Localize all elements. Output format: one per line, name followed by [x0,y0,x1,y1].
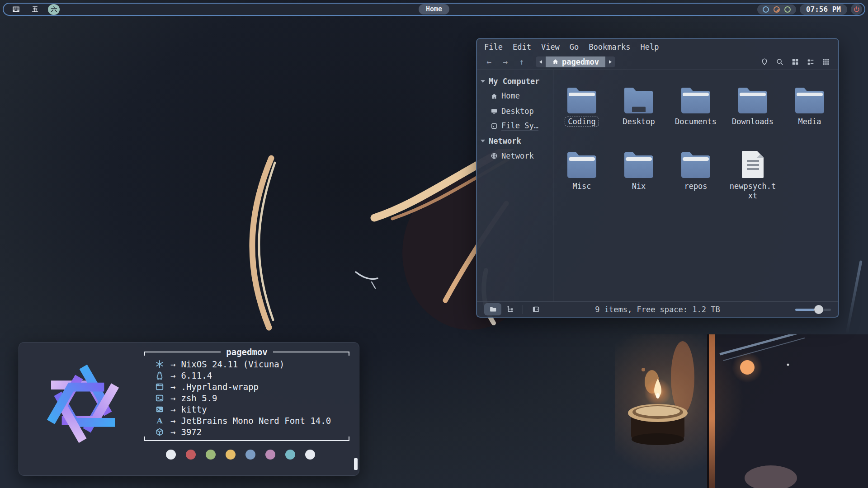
icon-view-icon[interactable] [791,58,799,66]
file-grid-area[interactable]: Coding Desktop Documents Downloads Media [553,70,838,301]
package-cube-icon [155,427,164,436]
kanji-six-icon [50,5,58,13]
power-button[interactable] [851,4,862,15]
forward-button[interactable]: → [500,57,510,66]
places-sidebar: My Computer Home Desktop File Sy… Networ… [477,70,553,301]
toolbar: ← → ↑ pagedmov [477,55,838,70]
file-item-documents[interactable]: Documents [667,84,724,127]
search-icon[interactable] [776,58,784,66]
file-item-misc[interactable]: Misc [553,149,610,201]
status-summary: 9 items, Free space: 1.2 TB [595,305,720,314]
menu-help[interactable]: Help [635,42,664,52]
section-label: My Computer [489,77,540,86]
fetch-line-packages: → 3972 [155,426,349,437]
fetch-line-terminal: → kitty [155,404,349,415]
fetch-frame-top: pagedmov [144,349,349,355]
desktop-folder-icon [624,91,653,113]
file-item-coding[interactable]: Coding [553,84,610,127]
compact-view-icon[interactable] [822,58,830,66]
svg-text:A: A [156,416,163,425]
folder-icon [795,91,824,113]
arrow-glyph: → [170,393,175,403]
fetch-line-os: → NixOS 24.11 (Vicuna) [155,358,349,370]
desktop-icon [491,108,498,115]
terminal-window[interactable]: pagedmov → NixOS 24.11 (Vicuna) → 6.11.4… [19,342,359,476]
sidebar-item-home[interactable]: Home [477,89,553,103]
expander-arrow-icon [481,80,485,85]
menu-view[interactable]: View [536,42,565,52]
terminal-cursor [354,458,358,470]
arrow-glyph: → [170,416,175,426]
sidebar-item-network[interactable]: Network [477,148,553,163]
power-icon [853,6,860,13]
menu-file[interactable]: File [479,42,508,52]
tray-record-circle-icon[interactable] [774,6,780,13]
kanji-four-icon [12,5,20,13]
fastfetch-output: pagedmov → NixOS 24.11 (Vicuna) → 6.11.4… [144,349,349,441]
menu-go[interactable]: Go [565,42,584,52]
folder-icon [567,91,596,113]
arrow-glyph: → [170,427,175,437]
folder-icon [738,91,767,113]
file-item-media[interactable]: Media [781,84,838,127]
up-button[interactable]: ↑ [517,57,527,66]
wallpaper-candle-art [615,334,868,488]
folder-view-button[interactable] [484,303,501,315]
path-bar: pagedmov [536,56,615,67]
toolbar-view-icons [760,58,830,66]
home-icon [552,58,559,65]
sidebar-section-network[interactable]: Network [477,133,553,148]
workspace-4-button[interactable] [10,4,22,14]
filesystem-disk-icon [491,122,498,130]
workspace-6-button-active[interactable] [48,4,60,15]
hostname-title: pagedmov [226,347,268,357]
side-panel-toggle-button[interactable] [527,303,544,315]
palette-dot [206,450,216,460]
text-file-icon [742,151,764,178]
tray-blue-circle-icon[interactable] [763,6,769,13]
folder-icon [489,305,497,313]
tree-view-button[interactable] [501,303,519,315]
location-pin-icon[interactable] [760,58,769,66]
menu-bookmarks[interactable]: Bookmarks [584,42,635,52]
file-item-downloads[interactable]: Downloads [724,84,781,127]
divider [523,305,523,314]
shell-icon [155,394,164,403]
chevron-left-icon [539,60,542,64]
kanji-five-icon [31,5,39,13]
file-item-repos[interactable]: repos [667,149,724,201]
back-button[interactable]: ← [484,57,494,66]
list-view-icon[interactable] [807,58,815,66]
path-scroll-right-button[interactable] [605,56,615,67]
fetch-line-shell: → zsh 5.9 [155,392,349,404]
sidebar-section-my-computer[interactable]: My Computer [477,74,553,89]
file-item-nix[interactable]: Nix [610,149,667,201]
sidebar-item-filesystem[interactable]: File Sy… [477,118,553,133]
expander-arrow-icon [481,140,485,145]
file-item-desktop[interactable]: Desktop [610,84,667,127]
zoom-slider[interactable] [795,305,831,314]
file-item-newpsych-txt[interactable]: newpsych.txt [724,149,781,201]
folder-icon [681,91,710,113]
sidebar-item-desktop[interactable]: Desktop [477,103,553,118]
section-label: Network [489,136,521,145]
folder-icon [567,155,596,178]
workspace-5-button[interactable] [29,4,41,14]
slider-thumb[interactable] [814,305,823,314]
tray-green-circle-icon[interactable] [784,6,791,13]
path-scroll-left-button[interactable] [536,56,546,67]
menu-edit[interactable]: Edit [508,42,536,52]
current-path-button[interactable]: pagedmov [546,56,605,67]
nixos-snowflake-logo [30,351,136,457]
wallpaper-light-streak [845,260,862,334]
kitty-terminal-icon [155,405,164,414]
home-icon [491,93,498,100]
palette-dot [186,450,196,460]
clock: 07:56 PM [800,4,847,15]
system-tray [757,5,796,14]
bar-right-group: 07:56 PM [757,4,862,15]
workspace-switcher [10,4,60,15]
nav-arrows: ← → ↑ [484,57,527,66]
path-label: pagedmov [562,57,599,66]
fetch-frame-bottom [144,440,349,441]
